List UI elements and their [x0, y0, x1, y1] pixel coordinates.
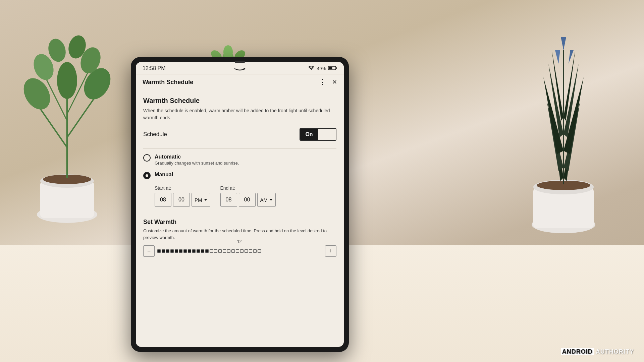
slider-dot-6: [179, 249, 182, 253]
slider-dots: [157, 249, 322, 253]
title-bar-icons: ⋮ ✕: [319, 78, 337, 86]
slider-dot-2: [162, 249, 165, 253]
svg-point-27: [223, 45, 233, 59]
slider-dot-12: [205, 249, 209, 253]
kindle-screen: 12:58 PM 49%: [136, 62, 344, 347]
svg-marker-44: [555, 50, 560, 64]
svg-marker-45: [569, 50, 574, 64]
set-warmth-section: Set Warmth Customize the amount of warmt…: [143, 213, 336, 257]
status-time: 12:58 PM: [143, 65, 165, 71]
start-hour[interactable]: 08: [155, 193, 171, 207]
end-minute[interactable]: 00: [239, 193, 256, 207]
slider-dot-5: [175, 249, 178, 253]
battery-percent: 49%: [317, 66, 326, 71]
slider-dot-19: [236, 249, 239, 253]
start-minute[interactable]: 00: [173, 193, 190, 207]
wifi-icon: [308, 66, 314, 71]
end-hour[interactable]: 08: [220, 193, 237, 207]
svg-point-13: [57, 62, 77, 99]
schedule-label: Schedule: [143, 131, 167, 138]
close-icon[interactable]: ✕: [332, 78, 337, 86]
section-description: When the schedule is enabled, warm amber…: [143, 107, 336, 121]
automatic-radio[interactable]: [143, 154, 151, 162]
start-ampm-chevron: [204, 199, 207, 201]
svg-line-6: [67, 94, 97, 137]
battery-icon: [328, 66, 337, 71]
section-title: Warmth Schedule: [143, 97, 336, 105]
slider-increase-button[interactable]: +: [325, 245, 336, 257]
slider-dot-21: [245, 249, 248, 253]
plant-left: [10, 20, 124, 255]
warmth-slider[interactable]: − 12 +: [143, 245, 336, 257]
slider-dot-4: [170, 249, 174, 253]
automatic-label: Automatic: [155, 154, 239, 160]
start-time-group: Start at: 08 00 PM: [155, 185, 210, 207]
automatic-option[interactable]: Automatic Gradually changes with sunset …: [143, 154, 336, 166]
manual-radio[interactable]: [143, 172, 151, 179]
slider-dot-1: [157, 249, 161, 253]
svg-marker-43: [561, 37, 566, 50]
automatic-desc: Gradually changes with sunset and sunris…: [155, 161, 239, 166]
svg-rect-47: [329, 67, 332, 69]
menu-icon[interactable]: ⋮: [319, 78, 326, 86]
time-row: Start at: 08 00 PM End at:: [155, 185, 336, 207]
schedule-row: Schedule On: [143, 128, 336, 141]
end-label: End at:: [220, 185, 276, 191]
watermark: ANDROID AUTHORITY: [561, 348, 634, 355]
slider-value-label: 12: [237, 239, 241, 244]
toggle-off-area: [318, 129, 336, 140]
plant-right: [500, 17, 627, 268]
manual-option[interactable]: Manual: [143, 172, 336, 179]
slider-dot-7: [183, 249, 187, 253]
slider-dot-24: [258, 249, 261, 253]
slider-dot-23: [253, 249, 257, 253]
slider-track[interactable]: 12: [157, 245, 322, 257]
slider-dot-22: [249, 249, 252, 253]
automatic-text: Automatic Gradually changes with sunset …: [155, 154, 239, 166]
kindle-device: 12:58 PM 49%: [131, 57, 349, 352]
watermark-suffix: AUTHORITY: [596, 348, 634, 355]
slider-dot-9: [192, 249, 196, 253]
start-label: Start at:: [155, 185, 210, 191]
warmth-title: Set Warmth: [143, 219, 336, 226]
start-inputs: 08 00 PM: [155, 193, 210, 207]
schedule-toggle[interactable]: On: [300, 128, 336, 141]
slider-dot-8: [188, 249, 191, 253]
toggle-on-label[interactable]: On: [300, 129, 318, 140]
svg-point-9: [18, 73, 56, 114]
manual-text: Manual: [155, 172, 173, 178]
end-time-group: End at: 08 00 AM: [220, 185, 276, 207]
camera-notch: [235, 61, 245, 63]
slider-dot-3: [166, 249, 169, 253]
manual-label: Manual: [155, 172, 173, 178]
slider-dot-15: [218, 249, 222, 253]
slider-dot-10: [197, 249, 200, 253]
end-ampm-chevron: [269, 199, 273, 201]
watermark-brand: ANDROID: [561, 348, 594, 355]
slider-dot-16: [223, 249, 226, 253]
end-inputs: 08 00 AM: [220, 193, 276, 207]
slider-dot-13: [210, 249, 213, 253]
slider-decrease-button[interactable]: −: [143, 245, 155, 257]
amazon-logo: [233, 65, 247, 73]
divider-1: [143, 148, 336, 148]
time-section: Start at: 08 00 PM End at:: [155, 185, 336, 207]
status-icons: 49%: [308, 66, 337, 71]
start-ampm[interactable]: PM: [192, 193, 210, 207]
slider-dot-17: [227, 249, 230, 253]
status-bar: 12:58 PM 49%: [136, 62, 344, 74]
end-ampm[interactable]: AM: [257, 193, 276, 207]
slider-dot-11: [201, 249, 204, 253]
warmth-desc: Customize the amount of warmth for the s…: [143, 228, 336, 241]
slider-dot-18: [231, 249, 235, 253]
title-bar: Warmth Schedule ⋮ ✕: [136, 74, 344, 90]
slider-dot-14: [214, 249, 217, 253]
svg-rect-48: [336, 67, 337, 69]
page-title: Warmth Schedule: [143, 79, 193, 86]
svg-line-5: [37, 104, 67, 147]
main-content: Warmth Schedule When the schedule is ena…: [136, 90, 344, 263]
slider-dot-20: [240, 249, 244, 253]
